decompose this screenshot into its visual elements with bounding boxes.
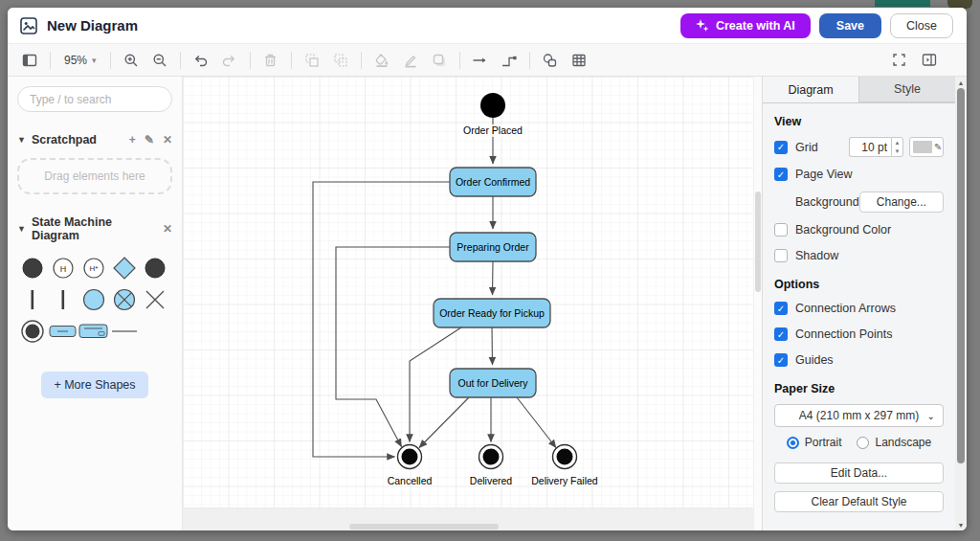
scratchpad-header[interactable]: ▼ Scratchpad + ✎ ✕ <box>17 133 172 147</box>
canvas-hscroll-thumb[interactable] <box>349 524 499 530</box>
orientation-row: Portrait Landscape <box>774 436 944 449</box>
toolbar-separator <box>250 52 251 69</box>
connection-arrows-checkbox[interactable]: ✓ <box>774 302 788 315</box>
format-panel: Diagram Style View ✓ Grid 10 pt ▲▼ ✎ <box>762 77 955 530</box>
edit-data-button[interactable]: Edit Data... <box>774 462 944 484</box>
desktop-background: New Diagram Create with AI Save Close <box>0 0 980 541</box>
scratchpad-edit-icon[interactable]: ✎ <box>145 133 154 147</box>
clear-default-style-button[interactable]: Clear Default Style <box>774 491 944 512</box>
page-view-checkbox[interactable]: ✓ <box>774 168 788 181</box>
page-title: New Diagram <box>47 17 138 34</box>
zoom-level-value: 95% <box>64 54 87 67</box>
editor-body: ▼ Scratchpad + ✎ ✕ Drag elements here ▼ … <box>8 77 967 530</box>
grid-checkbox[interactable]: ✓ <box>774 141 788 154</box>
shapes-sidebar: ▼ Scratchpad + ✎ ✕ Drag elements here ▼ … <box>8 77 183 530</box>
toggle-sidebar-icon[interactable] <box>17 49 42 72</box>
window-scrollbar[interactable]: ▲ ▼ <box>955 77 967 530</box>
shape-transition-line[interactable] <box>109 315 140 347</box>
shape-deep-history[interactable]: H* <box>78 252 109 283</box>
toolbar: 95% ▾ <box>8 44 967 77</box>
connection-arrow-icon[interactable] <box>468 49 493 72</box>
scratchpad-dropzone[interactable]: Drag elements here <box>17 158 172 194</box>
shallow-history-label: H <box>60 263 67 273</box>
connection-points-checkbox[interactable]: ✓ <box>774 327 788 341</box>
shape-state-dot[interactable] <box>140 252 170 283</box>
deep-history-label: H* <box>90 264 99 273</box>
zoom-in-icon[interactable] <box>119 49 144 72</box>
format-panel-icon[interactable] <box>917 49 942 72</box>
scratchpad-close-icon[interactable]: ✕ <box>163 133 172 147</box>
scratchpad-add-icon[interactable]: + <box>129 133 136 147</box>
table-icon[interactable] <box>567 49 591 72</box>
grid-color-swatch[interactable]: ✎ <box>909 137 944 157</box>
close-button[interactable]: Close <box>890 13 953 38</box>
start-state-label: Order Placed <box>463 124 523 136</box>
guides-checkbox[interactable]: ✓ <box>774 353 788 367</box>
window-scrollbar-thumb[interactable] <box>957 88 965 463</box>
scratchpad-hint: Drag elements here <box>44 169 145 183</box>
create-with-ai-button[interactable]: Create with AI <box>680 13 811 38</box>
stepper-up-icon[interactable]: ▲ <box>892 138 902 147</box>
save-button[interactable]: Save <box>819 13 881 38</box>
search-input[interactable] <box>17 86 172 112</box>
shadow-checkbox[interactable] <box>774 249 788 262</box>
canvas-vscroll-thumb[interactable] <box>755 192 761 292</box>
more-shapes-button[interactable]: + More Shapes <box>41 372 148 398</box>
waypoints-icon[interactable] <box>497 49 522 72</box>
connection-arrows-row: ✓ Connection Arrows <box>774 300 944 317</box>
tab-diagram[interactable]: Diagram <box>763 77 859 102</box>
zoom-out-icon[interactable] <box>147 49 172 72</box>
line-color-icon[interactable] <box>398 49 423 72</box>
to-back-icon[interactable] <box>328 49 353 72</box>
scroll-up-icon[interactable]: ▲ <box>958 77 965 88</box>
background-change-button[interactable]: Change... <box>859 192 944 213</box>
stepper-down-icon[interactable]: ▼ <box>892 147 902 157</box>
toolbar-separator <box>459 52 460 69</box>
diagram-editor-window: New Diagram Create with AI Save Close <box>8 8 967 530</box>
grid-size-input[interactable]: 10 pt <box>849 137 891 157</box>
paper-size-select[interactable]: A4 (210 mm x 297 mm) ⌄ <box>774 404 944 427</box>
shadow-icon[interactable] <box>427 49 452 72</box>
shape-initial-state[interactable] <box>17 252 48 283</box>
shape-shallow-history[interactable]: H <box>48 252 78 283</box>
shape-junction[interactable] <box>78 283 109 315</box>
grid-row: ✓ Grid 10 pt ▲▼ ✎ <box>774 137 944 157</box>
paper-size-value: A4 (210 mm x 297 mm) <box>799 409 919 422</box>
toolbar-separator <box>361 52 362 69</box>
zoom-level-dropdown[interactable]: 95% ▾ <box>58 49 102 72</box>
shape-section-header[interactable]: ▼ State Machine Diagram ✕ <box>17 215 172 242</box>
start-state-node[interactable] <box>480 93 505 118</box>
shape-choice[interactable] <box>109 252 140 283</box>
collapse-arrow-icon: ▼ <box>17 135 26 145</box>
scroll-down-icon[interactable]: ▼ <box>958 519 965 530</box>
shape-final-state[interactable] <box>17 315 48 347</box>
create-with-ai-label: Create with AI <box>716 19 795 33</box>
paper-size-title: Paper Size <box>774 382 944 395</box>
insert-shape-icon[interactable] <box>538 49 563 72</box>
diagram-canvas[interactable]: Order Placed Order Confirmed Preparing O… <box>183 77 753 530</box>
shape-terminate[interactable] <box>140 283 170 315</box>
svg-text:Delivered: Delivered <box>470 475 513 486</box>
to-front-icon[interactable] <box>300 49 324 72</box>
guides-label: Guides <box>795 353 834 367</box>
delete-icon[interactable] <box>258 49 283 72</box>
landscape-radio[interactable]: Landscape <box>857 436 931 449</box>
tab-style[interactable]: Style <box>859 77 955 102</box>
shape-simple-state[interactable] <box>48 315 78 347</box>
portrait-radio[interactable]: Portrait <box>787 436 842 449</box>
landscape-label: Landscape <box>875 436 931 449</box>
canvas-vscroll-track[interactable] <box>753 77 762 530</box>
grid-size-stepper[interactable]: ▲▼ <box>891 137 903 157</box>
shape-exit-point[interactable] <box>109 283 140 315</box>
svg-text:Delivery Failed: Delivery Failed <box>531 475 598 486</box>
shape-section-close-icon[interactable]: ✕ <box>163 222 172 236</box>
format-panel-tabs: Diagram Style <box>763 77 955 103</box>
shape-fork-bar[interactable] <box>17 283 48 315</box>
fullscreen-icon[interactable] <box>886 49 911 72</box>
background-color-checkbox[interactable] <box>774 223 788 237</box>
shape-composite-state[interactable] <box>78 315 109 347</box>
shape-join-bar[interactable] <box>48 283 78 315</box>
redo-icon[interactable] <box>217 49 242 72</box>
undo-icon[interactable] <box>189 49 213 72</box>
fill-color-icon[interactable] <box>369 49 394 72</box>
